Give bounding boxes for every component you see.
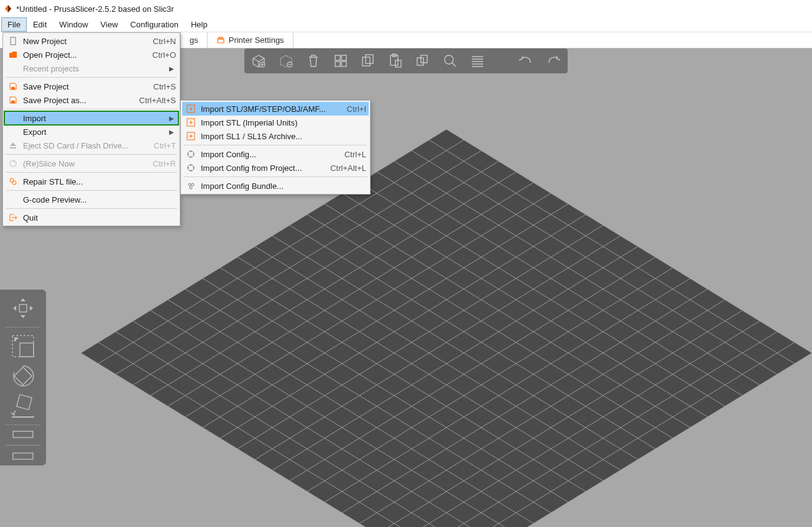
import-menu-item-import-config[interactable]: Import Config...Ctrl+L bbox=[182, 147, 369, 161]
file-menu-item-export[interactable]: Export▶ bbox=[4, 125, 178, 139]
import-menu-item-import-stl-3mf-step-obj-amf[interactable]: Import STL/3MF/STEP/OBJ/AMF...Ctrl+I bbox=[182, 102, 369, 116]
svg-line-28 bbox=[342, 193, 708, 417]
remove-cube-button[interactable] bbox=[277, 52, 295, 70]
file-menu-item-new-project[interactable]: New ProjectCtrl+N bbox=[4, 34, 178, 48]
viewport-left-toolbar bbox=[0, 290, 46, 465]
tab-partial[interactable]: gs bbox=[180, 32, 208, 48]
menu-item-label: New Project bbox=[19, 37, 145, 46]
layer-tool-b-button[interactable] bbox=[6, 452, 40, 461]
import-menu-item-import-config-from-project[interactable]: Import Config from Project...Ctrl+Alt+L bbox=[182, 161, 369, 175]
svg-line-33 bbox=[220, 214, 586, 438]
menu-item-label: Save Project as... bbox=[19, 96, 132, 105]
undo-button[interactable] bbox=[517, 52, 535, 70]
svg-rect-70 bbox=[11, 101, 15, 103]
file-menu-item-quit[interactable]: Quit bbox=[4, 211, 178, 224]
tab-printer-settings[interactable]: Printer Settings bbox=[208, 32, 293, 48]
eject-icon bbox=[7, 141, 19, 150]
camera-pan-button[interactable] bbox=[6, 295, 40, 322]
svg-line-20 bbox=[412, 150, 777, 374]
svg-line-18 bbox=[429, 140, 795, 364]
menu-item-label: Import SL1 / SL1S Archive... bbox=[197, 132, 366, 141]
menu-item-shortcut: Ctrl+I bbox=[339, 104, 366, 114]
menu-help[interactable]: Help bbox=[185, 17, 214, 32]
menu-item-label: Recent projects bbox=[19, 64, 167, 73]
import-submenu: Import STL/3MF/STEP/OBJ/AMF...Ctrl+IImpo… bbox=[180, 100, 371, 195]
add-cube-button[interactable] bbox=[249, 52, 268, 70]
separator bbox=[6, 424, 40, 425]
import-menu-item-import-config-bundle[interactable]: Import Config Bundle... bbox=[182, 179, 369, 193]
svg-rect-60 bbox=[19, 305, 27, 312]
rotate-button[interactable] bbox=[6, 362, 40, 390]
svg-line-24 bbox=[377, 172, 742, 396]
svg-rect-62 bbox=[20, 343, 34, 357]
target-icon bbox=[185, 150, 197, 158]
save-icon bbox=[7, 96, 19, 104]
redo-button[interactable] bbox=[544, 52, 563, 70]
file-menu-item-save-project[interactable]: Save ProjectCtrl+S bbox=[4, 80, 178, 93]
paste-button[interactable] bbox=[386, 52, 405, 70]
move-button[interactable] bbox=[6, 332, 40, 360]
svg-line-47 bbox=[342, 289, 708, 513]
separator bbox=[6, 327, 40, 328]
svg-rect-64 bbox=[17, 395, 32, 410]
svg-rect-7 bbox=[341, 62, 346, 66]
viewport-top-toolbar bbox=[244, 48, 568, 73]
menu-configuration[interactable]: Configuration bbox=[124, 17, 185, 32]
menu-item-label: Import Config from Project... bbox=[197, 163, 323, 173]
file-menu-item-save-project-as[interactable]: Save Project as...Ctrl+Alt+S bbox=[4, 93, 178, 107]
menu-item-label: Import Config Bundle... bbox=[197, 181, 366, 191]
menu-file[interactable]: File bbox=[1, 17, 27, 32]
svg-line-44 bbox=[203, 278, 568, 502]
svg-line-54 bbox=[116, 332, 481, 527]
duplicate-button[interactable] bbox=[413, 52, 432, 70]
import-menu-item-import-sl1-sl1s-archive[interactable]: Import SL1 / SL1S Archive... bbox=[182, 129, 369, 143]
flatten-button[interactable] bbox=[6, 392, 40, 419]
plus-icon bbox=[185, 104, 197, 113]
svg-line-31 bbox=[203, 204, 568, 428]
svg-line-29 bbox=[185, 193, 551, 417]
menu-item-label: Import STL/3MF/STEP/OBJ/AMF... bbox=[197, 104, 339, 114]
submenu-arrow-icon: ▶ bbox=[167, 129, 176, 135]
file-menu-item-repair-stl-file[interactable]: Repair STL file... bbox=[4, 175, 178, 188]
menu-separator bbox=[6, 109, 177, 109]
svg-rect-4 bbox=[335, 55, 340, 60]
trash-button[interactable] bbox=[304, 52, 323, 70]
file-menu-item-open-project[interactable]: Open Project...Ctrl+O bbox=[4, 48, 178, 62]
bundle-icon bbox=[185, 181, 197, 190]
layer-tool-a-button[interactable] bbox=[6, 430, 40, 439]
menu-separator bbox=[6, 190, 177, 191]
menu-bar: File Edit Window View Configuration Help bbox=[0, 17, 812, 32]
svg-rect-14 bbox=[421, 55, 427, 63]
svg-line-51 bbox=[377, 310, 742, 527]
menu-item-label: Export bbox=[19, 127, 167, 137]
svg-line-16 bbox=[446, 129, 812, 353]
repair-icon bbox=[7, 177, 19, 186]
app-logo-icon bbox=[4, 4, 12, 13]
file-menu-item-import[interactable]: Import▶ bbox=[4, 111, 178, 125]
file-menu-item-g-code-preview[interactable]: G-code Preview... bbox=[4, 193, 178, 206]
printer-icon bbox=[216, 36, 225, 45]
menu-item-shortcut: Ctrl+T bbox=[146, 141, 176, 150]
import-menu-item-import-stl-imperial-units[interactable]: Import STL (Imperial Units) bbox=[182, 116, 369, 129]
svg-rect-9 bbox=[366, 55, 373, 63]
menu-edit[interactable]: Edit bbox=[27, 17, 53, 32]
svg-line-36 bbox=[272, 236, 638, 459]
svg-line-40 bbox=[238, 257, 603, 481]
copy-button[interactable] bbox=[359, 52, 377, 70]
svg-line-50 bbox=[150, 310, 516, 527]
layers-button[interactable] bbox=[468, 52, 487, 70]
menu-window[interactable]: Window bbox=[53, 17, 94, 32]
search-button[interactable] bbox=[441, 52, 459, 70]
menu-item-label: Import Config... bbox=[197, 150, 337, 159]
menu-item-label: (Re)Slice Now bbox=[19, 159, 145, 168]
svg-rect-6 bbox=[335, 62, 340, 66]
arrange-button[interactable] bbox=[331, 52, 350, 70]
menu-view[interactable]: View bbox=[95, 17, 124, 32]
menu-item-shortcut: Ctrl+O bbox=[145, 50, 176, 60]
svg-line-57 bbox=[429, 342, 795, 527]
submenu-arrow-icon: ▶ bbox=[167, 65, 176, 72]
svg-line-52 bbox=[133, 321, 499, 527]
menu-item-label: Save Project bbox=[19, 82, 146, 91]
menu-separator bbox=[183, 176, 367, 177]
svg-point-79 bbox=[188, 183, 191, 186]
